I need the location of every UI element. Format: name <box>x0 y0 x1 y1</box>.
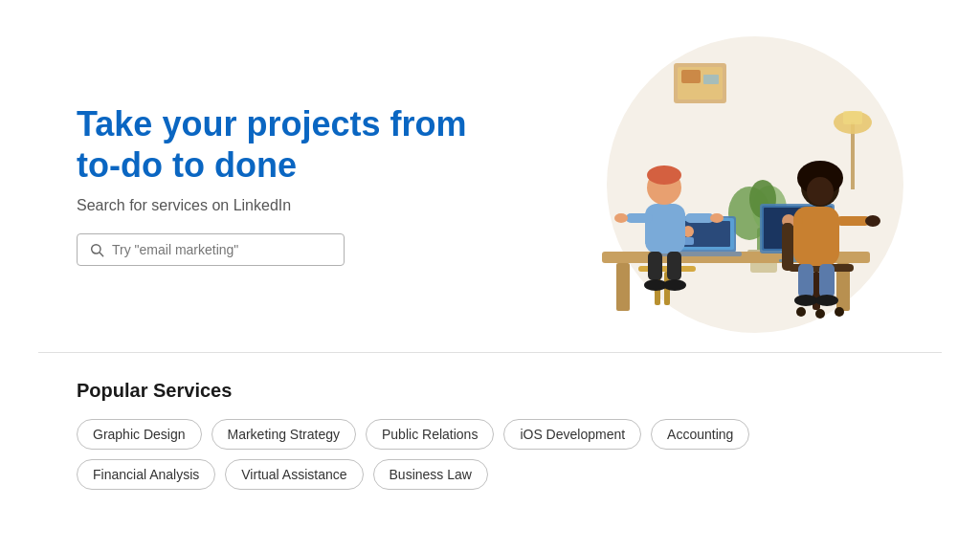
svg-point-45 <box>663 279 686 291</box>
hero-left: Take your projects from to-do to done Se… <box>77 103 479 266</box>
svg-point-50 <box>835 307 844 317</box>
svg-rect-56 <box>836 216 870 226</box>
svg-point-55 <box>807 177 834 206</box>
illustration-svg <box>497 46 899 323</box>
svg-rect-57 <box>793 216 803 226</box>
svg-rect-43 <box>667 252 681 280</box>
page-wrapper: Take your projects from to-do to done Se… <box>0 0 980 551</box>
hero-illustration <box>492 46 903 323</box>
service-tag-accounting[interactable]: Accounting <box>651 419 749 450</box>
svg-point-49 <box>815 309 825 319</box>
service-tag-marketing-strategy[interactable]: Marketing Strategy <box>212 419 357 450</box>
search-box[interactable] <box>77 233 345 266</box>
svg-rect-60 <box>819 264 835 298</box>
svg-rect-39 <box>626 213 653 223</box>
svg-point-0 <box>92 245 100 253</box>
svg-rect-16 <box>616 263 630 311</box>
svg-point-62 <box>815 295 838 306</box>
hero-section: Take your projects from to-do to done Se… <box>0 0 980 352</box>
services-tags-row1: Graphic DesignMarketing StrategyPublic R… <box>77 419 903 450</box>
svg-rect-35 <box>645 204 685 253</box>
hero-title: Take your projects from to-do to done <box>77 103 479 186</box>
svg-rect-14 <box>843 111 862 124</box>
hero-subtitle: Search for services on LinkedIn <box>77 197 479 214</box>
svg-rect-42 <box>648 252 662 280</box>
service-tag-business-law[interactable]: Business Law <box>373 459 488 490</box>
search-input[interactable] <box>112 242 332 257</box>
svg-line-1 <box>100 253 102 256</box>
svg-point-37 <box>647 165 681 185</box>
svg-rect-5 <box>703 75 719 84</box>
services-tags-row2: Financial AnalysisVirtual AssistanceBusi… <box>77 459 903 490</box>
svg-point-58 <box>865 215 880 227</box>
svg-rect-51 <box>782 223 793 271</box>
svg-point-40 <box>710 213 724 223</box>
service-tag-virtual-assistance[interactable]: Virtual Assistance <box>225 459 363 490</box>
svg-point-41 <box>614 213 628 223</box>
svg-rect-38 <box>685 213 714 223</box>
service-tag-ios-development[interactable]: iOS Development <box>503 419 641 450</box>
search-icon <box>89 242 104 257</box>
popular-services-section: Popular Services Graphic DesignMarketing… <box>0 353 980 509</box>
svg-point-48 <box>796 307 806 317</box>
svg-rect-4 <box>681 70 701 83</box>
svg-point-61 <box>794 295 817 306</box>
svg-rect-52 <box>793 207 839 266</box>
service-tag-public-relations[interactable]: Public Relations <box>366 419 494 450</box>
service-tag-graphic-design[interactable]: Graphic Design <box>77 419 202 450</box>
service-tag-financial-analysis[interactable]: Financial Analysis <box>77 459 215 490</box>
popular-services-title: Popular Services <box>77 380 903 402</box>
svg-rect-59 <box>798 264 813 298</box>
